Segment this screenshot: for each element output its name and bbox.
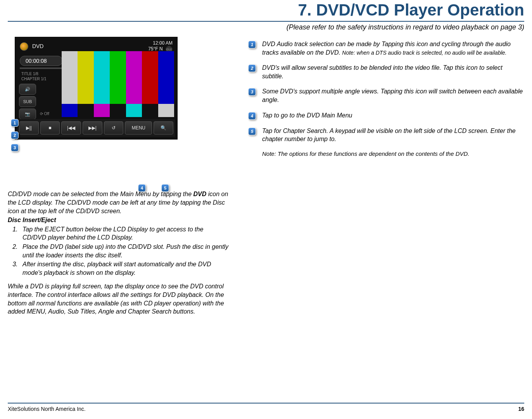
desc-5: Tap for Chapter Search. A keypad will be… [262,127,524,143]
footer-company: XiteSolutions North America Inc. [8,406,86,412]
page-title: 7. DVD/VCD Player Operation [0,0,524,19]
desc-callout-1: 1 [248,41,256,48]
angle-button[interactable]: 📷 [19,109,36,119]
callout-3: 3 [11,144,19,152]
desc-4: Tap to go to the DVD Main Menu [262,111,524,120]
desc-2: DVD's will allow several subtitles to be… [262,64,524,80]
desc-1: DVD Audio track selection can be made by… [262,40,524,57]
callout-2: 2 [11,131,19,139]
desc-3: Some DVD's support multiple angle views.… [262,87,524,104]
callout-5: 5 [161,184,169,192]
stop-button[interactable]: ■ [40,121,60,134]
intro-bold: DVD [193,191,206,197]
disc-heading: Disc Insert/Eject [8,216,229,224]
step-3: After inserting the disc, playback will … [19,260,229,277]
subtitle-button[interactable]: SUB [19,96,36,107]
dvd-screenshot: DVD 12:00 AM 75°F N IDLE 00:00:08 TITLE … [15,37,178,140]
desc-callout-3: 3 [248,88,256,96]
subtitle-text: Please refer to the safety instructions … [289,23,524,31]
desc-1-note: Note: when a DTS audio track is selected… [342,50,506,56]
play-pause-button[interactable]: ▶|| [19,121,39,134]
callout-4: 4 [138,184,146,192]
next-button[interactable]: ▶▶| [83,121,102,134]
fullscreen-paragraph: While a DVD is playing full screen, tap … [8,282,229,316]
desc-callout-4: 4 [248,112,256,120]
page-number: 16 [518,406,524,412]
desc-callout-5: 5 [248,128,256,135]
callout-1: 1 [11,119,19,127]
header-rule [8,21,524,22]
menu-button[interactable]: MENU [125,121,152,134]
mode-label: DVD [32,43,44,49]
step-1: Tap the EJECT button below the LCD Displ… [19,225,229,242]
disc-icon [20,42,28,51]
subtitle: (Please refer to the safety instructions… [0,23,532,31]
color-bars [62,51,174,117]
desc-note: Note: The options for these functions ar… [262,150,524,157]
search-button[interactable]: 🔍 [154,121,173,134]
step-2: Place the DVD (label side up) into the C… [19,243,229,259]
playback-timer: 00:00:08 [20,56,62,66]
repeat-button[interactable]: ↺ [104,121,124,134]
prev-button[interactable]: |◀◀ [61,121,81,134]
intro-paragraph: CD/DVD mode can be selected from the Mai… [8,190,229,215]
footer-rule [8,403,524,403]
clock: 12:00 AM [148,40,173,46]
audio-track-button[interactable]: 🔊 [19,84,36,95]
desc-callout-2: 2 [248,64,256,72]
